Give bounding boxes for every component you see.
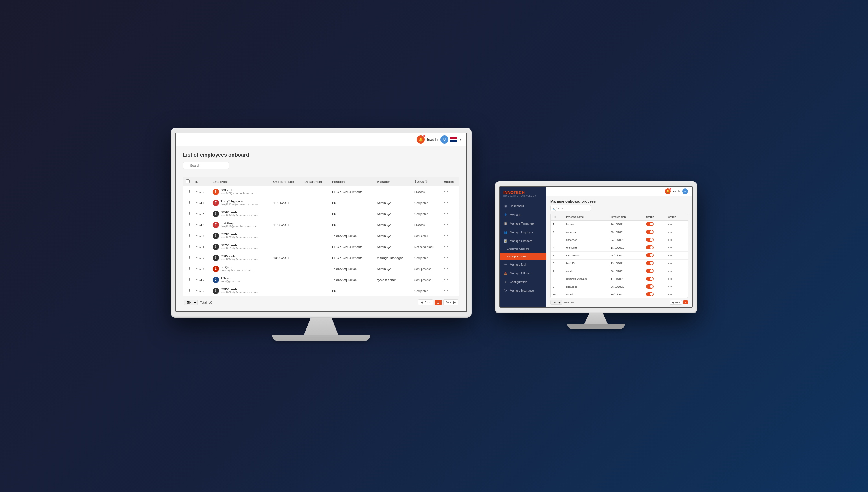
status-toggle[interactable] — [646, 222, 654, 226]
sidebar-item-config[interactable]: ⚙ Configuration — [500, 277, 546, 286]
row-action[interactable]: ••• — [441, 285, 459, 296]
select-all-checkbox[interactable] — [186, 179, 189, 183]
action-dots[interactable]: ••• — [444, 233, 448, 238]
status-toggle[interactable] — [646, 277, 654, 281]
proc-status[interactable] — [644, 275, 666, 283]
row-action[interactable]: ••• — [441, 274, 459, 285]
proc-status[interactable] — [644, 260, 666, 267]
row-select-checkbox[interactable] — [186, 289, 189, 292]
proc-action[interactable]: ••• — [666, 252, 688, 260]
action-dots[interactable]: ••• — [444, 190, 448, 194]
action-dots[interactable]: ••• — [444, 212, 448, 216]
sidebar-item-mail[interactable]: ✉ Manage Mail — [500, 260, 546, 269]
search-input[interactable] — [183, 162, 229, 169]
user-avatar[interactable]: U — [440, 136, 449, 144]
proc-status[interactable] — [644, 221, 666, 228]
proc-action-dots[interactable]: ••• — [668, 245, 672, 250]
proc-status[interactable] — [644, 244, 666, 252]
proc-action-dots[interactable]: ••• — [668, 261, 672, 266]
action-dots[interactable]: ••• — [444, 201, 448, 205]
row-action[interactable]: ••• — [441, 230, 459, 241]
status-toggle[interactable] — [646, 292, 654, 296]
th-position: Position — [329, 177, 374, 187]
row-action[interactable]: ••• — [441, 241, 459, 252]
status-toggle[interactable] — [646, 269, 654, 273]
proc-action-dots[interactable]: ••• — [668, 230, 672, 235]
proc-status[interactable] — [644, 252, 666, 260]
status-toggle[interactable] — [646, 230, 654, 234]
sidebar-item-manage-process[interactable]: Manage Process — [500, 253, 546, 260]
status-toggle[interactable] — [646, 245, 654, 249]
proc-action[interactable]: ••• — [666, 267, 688, 275]
status-toggle[interactable] — [646, 238, 654, 242]
right-prev-button[interactable]: ◀ Prev — [670, 300, 682, 305]
proc-status[interactable] — [644, 228, 666, 236]
action-dots[interactable]: ••• — [444, 255, 448, 260]
right-page-1-button[interactable]: 1 — [683, 300, 688, 304]
row-action[interactable]: ••• — [441, 197, 459, 208]
row-select-checkbox[interactable] — [186, 233, 189, 237]
proc-action-dots[interactable]: ••• — [668, 222, 672, 227]
right-user-avatar[interactable]: U — [682, 189, 688, 194]
action-dots[interactable]: ••• — [444, 267, 448, 271]
proc-status[interactable] — [644, 283, 666, 291]
sidebar-item-dashboard[interactable]: ⊞ Dashboard — [500, 202, 546, 211]
dropdown-arrow[interactable]: ▼ — [459, 138, 462, 141]
notification-badge[interactable]: 🔔 — [417, 136, 425, 144]
sidebar-item-timesheet[interactable]: 📋 Manage Timesheet — [500, 219, 546, 228]
action-dots[interactable]: ••• — [444, 277, 448, 282]
row-select-checkbox[interactable] — [186, 190, 189, 193]
proc-action-dots[interactable]: ••• — [668, 253, 672, 258]
sidebar-item-mypage[interactable]: 👤 My Page — [500, 211, 546, 219]
sidebar-item-employee[interactable]: 👥 Manage Employee — [500, 228, 546, 237]
row-select-checkbox[interactable] — [186, 267, 189, 270]
prev-button[interactable]: ◀ Prev — [418, 299, 433, 305]
row-select-checkbox[interactable] — [186, 245, 189, 248]
proc-action[interactable]: ••• — [666, 291, 688, 298]
proc-status[interactable] — [644, 291, 666, 298]
sidebar-item-offboard[interactable]: 📤 Manage Offboard — [500, 269, 546, 277]
proc-action-dots[interactable]: ••• — [668, 238, 672, 242]
action-dots[interactable]: ••• — [444, 223, 448, 227]
status-toggle[interactable] — [646, 253, 654, 257]
status-toggle[interactable] — [646, 261, 654, 265]
row-employee: 0 05206 vmh vmh05206@innotech-vn.com — [210, 230, 271, 241]
status-toggle[interactable] — [646, 285, 654, 289]
row-select-checkbox[interactable] — [186, 277, 189, 281]
row-select-checkbox[interactable] — [186, 212, 189, 215]
proc-action-dots[interactable]: ••• — [668, 277, 672, 281]
page-1-button[interactable]: 1 — [435, 299, 441, 305]
sidebar-item-employee-onboard[interactable]: Employee Onboard — [500, 245, 546, 253]
row-select-checkbox[interactable] — [186, 255, 189, 259]
row-action[interactable]: ••• — [441, 252, 459, 263]
proc-action[interactable]: ••• — [666, 236, 688, 244]
row-action[interactable]: ••• — [441, 187, 459, 197]
action-dots[interactable]: ••• — [444, 245, 448, 249]
proc-action[interactable]: ••• — [666, 244, 688, 252]
rth-id: ID — [551, 214, 564, 221]
proc-action[interactable]: ••• — [666, 283, 688, 291]
right-per-page-select[interactable]: 50 — [550, 300, 562, 305]
proc-action-dots[interactable]: ••• — [668, 285, 672, 289]
proc-status[interactable] — [644, 236, 666, 244]
row-select-checkbox[interactable] — [186, 223, 189, 226]
right-notification-badge[interactable]: 🔔 — [665, 189, 671, 194]
proc-action-dots[interactable]: ••• — [668, 269, 672, 273]
proc-action[interactable]: ••• — [666, 221, 688, 228]
sidebar-item-onboard[interactable]: 📝 Manage Onboard — [500, 237, 546, 245]
proc-status[interactable] — [644, 267, 666, 275]
row-action[interactable]: ••• — [441, 219, 459, 230]
proc-action[interactable]: ••• — [666, 260, 688, 267]
proc-action[interactable]: ••• — [666, 275, 688, 283]
sidebar-item-insurance[interactable]: 🛡 Manage Insurance — [500, 286, 546, 295]
row-select-checkbox[interactable] — [186, 201, 189, 204]
language-flag[interactable] — [450, 137, 457, 142]
proc-action-dots[interactable]: ••• — [668, 292, 672, 297]
row-action[interactable]: ••• — [441, 208, 459, 219]
action-dots[interactable]: ••• — [444, 289, 448, 293]
next-button[interactable]: Next ▶ — [443, 299, 458, 305]
per-page-select[interactable]: 50 — [184, 299, 198, 305]
right-search-input[interactable] — [550, 205, 591, 211]
proc-action[interactable]: ••• — [666, 228, 688, 236]
row-action[interactable]: ••• — [441, 263, 459, 274]
